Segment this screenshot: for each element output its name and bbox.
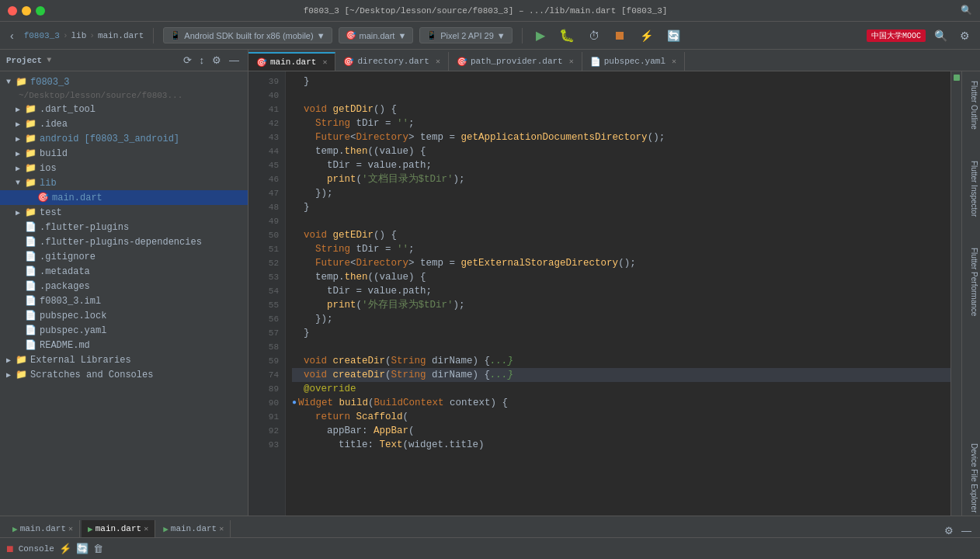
sidebar-tree: ▼ 📁 f0803_3 ~/Desktop/lesson/source/f080… — [0, 71, 248, 516]
folder-icon: 📁 — [16, 354, 27, 366]
code-line-59: void createDir(String dirName) {...} — [292, 354, 950, 368]
tree-item-path: ~/Desktop/lesson/source/f0803... — [0, 89, 248, 102]
tree-item-external-libs[interactable]: ▶ 📁 External Libraries — [0, 352, 248, 367]
tree-item-root[interactable]: ▼ 📁 f0803_3 — [0, 75, 248, 89]
run-tab-3[interactable]: ▶ main.dart ✕ — [157, 520, 231, 537]
tree-item-main-dart[interactable]: 🎯 main.dart — [0, 190, 248, 205]
tab-main-dart[interactable]: 🎯 main.dart ✕ — [248, 52, 335, 71]
search-icon[interactable]: 🔍 — [961, 5, 972, 16]
tree-item-metadata[interactable]: 📄 .metadata — [0, 264, 248, 279]
file-icon: 📄 — [25, 236, 36, 248]
tab-path-provider[interactable]: 🎯 path_provider.dart ✕ — [449, 52, 582, 71]
maximize-button[interactable] — [36, 6, 45, 16]
sidebar-settings[interactable]: ⚙ — [210, 54, 224, 67]
hot-reload-button[interactable]: ⚡ — [636, 28, 657, 43]
file-icon: 📄 — [25, 325, 36, 336]
tree-item-lib[interactable]: ▼ 📁 lib — [0, 175, 248, 190]
tree-item-packages[interactable]: 📄 .packages — [0, 279, 248, 293]
run-tab-close-1[interactable]: ✕ — [68, 524, 73, 533]
console-toolbar: ■ Console ⚡ 🔄 🗑 — [0, 538, 980, 559]
flutter-outline-tab[interactable]: Flutter Outline — [962, 78, 980, 133]
yaml-tab-icon: 📄 — [590, 57, 601, 67]
branch-chevron-icon: ▼ — [398, 31, 406, 40]
settings-button[interactable]: ⚙ — [956, 28, 974, 43]
file-label[interactable]: main.dart — [98, 31, 144, 40]
code-line-39: } — [292, 75, 950, 89]
debug-button[interactable]: 🐛 — [555, 26, 579, 44]
run-icon: ▶ — [12, 524, 18, 534]
code-line-47: }); — [292, 186, 950, 200]
device-run-selector[interactable]: 📱 Pixel 2 API 29 ▼ — [419, 27, 512, 43]
run-tab-close-3[interactable]: ✕ — [219, 524, 224, 533]
tab-close-main[interactable]: ✕ — [322, 57, 327, 67]
arrow-icon: ▶ — [6, 370, 14, 380]
console-restart-btn[interactable]: 🔄 — [76, 543, 89, 554]
tree-item-build[interactable]: ▶ 📁 build — [0, 146, 248, 161]
project-label[interactable]: f0803_3 — [24, 31, 60, 40]
run-settings-btn[interactable]: ⚙ — [942, 524, 956, 537]
spacer — [16, 297, 23, 305]
tree-item-flutter-plugins[interactable]: 📄 .flutter-plugins — [0, 220, 248, 234]
arrow-icon: ▶ — [16, 134, 23, 144]
tree-item-scratches[interactable]: ▶ 📁 Scratches and Consoles — [0, 367, 248, 382]
tree-item-readme[interactable]: 📄 README.md — [0, 338, 248, 352]
stop-run-button[interactable]: ■ — [6, 542, 14, 556]
file-icon: 📄 — [25, 251, 36, 262]
tree-item-flutter-plugins-dep[interactable]: 📄 .flutter-plugins-dependencies — [0, 234, 248, 249]
tab-directory-dart[interactable]: 🎯 directory.dart ✕ — [335, 52, 448, 71]
run-button[interactable]: ▶ — [532, 26, 549, 44]
breadcrumb: f0803_3 › lib › main.dart — [24, 31, 144, 40]
tree-item-iml[interactable]: 📄 f0803_3.iml — [0, 293, 248, 308]
code-line-48: } — [292, 200, 950, 214]
folder-icon: 📁 — [25, 133, 36, 144]
close-button[interactable] — [8, 6, 17, 16]
folder-icon: 📁 — [25, 207, 36, 218]
sidebar-minimize[interactable]: — — [227, 54, 242, 67]
stop-button[interactable]: ⏹ — [610, 27, 630, 44]
global-search-button[interactable]: 🔍 — [930, 28, 951, 43]
title-bar-controls[interactable] — [8, 6, 45, 16]
tab-close-pubspec[interactable]: ✕ — [672, 57, 676, 66]
console-clear-btn[interactable]: 🗑 — [93, 543, 103, 554]
console-reload-btn[interactable]: ⚡ — [59, 543, 71, 554]
run-tabs: ▶ main.dart ✕ ▶ main.dart ✕ ▶ main.dart … — [0, 516, 980, 538]
flutter-performance-tab[interactable]: Flutter Performance — [962, 245, 980, 319]
hot-restart-button[interactable]: 🔄 — [663, 28, 684, 43]
flutter-inspector-tab[interactable]: Flutter Inspector — [962, 158, 980, 220]
profile-button[interactable]: ⏱ — [585, 28, 603, 43]
tab-close-path[interactable]: ✕ — [569, 57, 574, 66]
tree-item-android[interactable]: ▶ 📁 android [f0803_3_android] — [0, 131, 248, 146]
code-line-40 — [292, 89, 950, 102]
sidebar-action-2[interactable]: ↕ — [197, 54, 207, 67]
phone-icon: 📱 — [426, 30, 437, 40]
folder-icon: 📁 — [16, 369, 27, 380]
dart-tab-icon: 🎯 — [343, 57, 354, 67]
tab-pubspec-yaml[interactable]: 📄 pubspec.yaml ✕ — [582, 52, 685, 71]
tab-close-directory[interactable]: ✕ — [436, 57, 440, 66]
lib-label[interactable]: lib — [71, 31, 87, 40]
run-tab-1[interactable]: ▶ main.dart ✕ — [6, 520, 80, 537]
code-line-52: Future<Directory> temp = getExternalStor… — [292, 256, 950, 270]
device-file-explorer-tab[interactable]: Device File Explorer — [962, 440, 980, 516]
arrow-icon: ▼ — [16, 179, 23, 187]
tree-item-ios[interactable]: ▶ 📁 ios — [0, 161, 248, 175]
tree-item-test[interactable]: ▶ 📁 test — [0, 205, 248, 220]
run-tab-close-2[interactable]: ✕ — [144, 524, 148, 533]
tree-item-pubspec-lock[interactable]: 📄 pubspec.lock — [0, 308, 248, 323]
logo-area: 中国大学MOOC — [867, 30, 926, 42]
tree-item-gitignore[interactable]: 📄 .gitignore — [0, 249, 248, 264]
tree-item-idea[interactable]: ▶ 📁 .idea — [0, 116, 248, 131]
branch-selector[interactable]: 🎯 main.dart ▼ — [339, 27, 414, 43]
tree-item-pubspec-yaml[interactable]: 📄 pubspec.yaml — [0, 323, 248, 338]
run-tab-2[interactable]: ▶ main.dart ✕ — [82, 520, 155, 537]
device-selector[interactable]: 📱 Android SDK built for x86 (mobile) ▼ — [163, 27, 332, 43]
minimize-button[interactable] — [22, 6, 31, 16]
project-sidebar: Project ▼ ⟳ ↕ ⚙ — ▼ 📁 f0803_3 ~/Desktop/… — [0, 50, 248, 516]
code-content[interactable]: } void getDDir() { String tDir = ''; Fut… — [286, 71, 950, 516]
back-button[interactable]: ‹ — [6, 28, 18, 43]
run-minimize-btn[interactable]: — — [959, 524, 974, 537]
tree-item-dart-tool[interactable]: ▶ 📁 .dart_tool — [0, 102, 248, 116]
gutter-icon[interactable]: ● — [292, 396, 297, 410]
code-line-56: }); — [292, 312, 950, 326]
sidebar-action-1[interactable]: ⟳ — [181, 54, 194, 67]
